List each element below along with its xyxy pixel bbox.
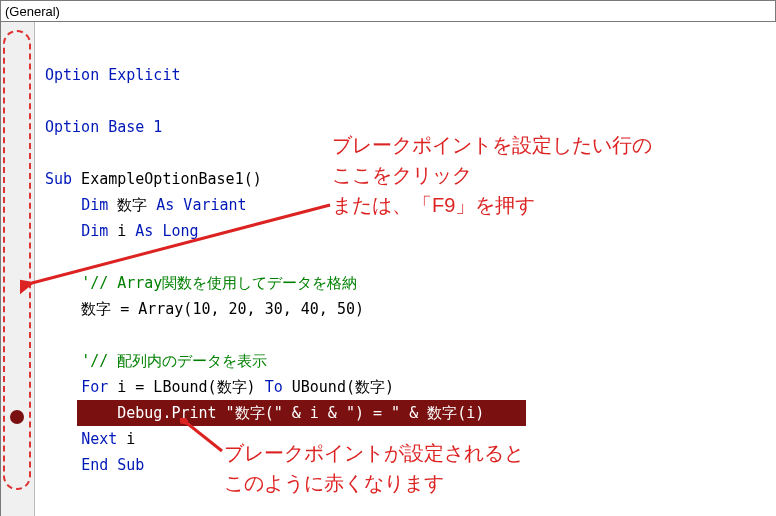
code-text: Debug.Print "数字(" & i & ") = " & 数字(i) <box>117 404 484 422</box>
code-comment: '// Array関数を使用してデータを格納 <box>81 274 357 292</box>
dropdown-value: (General) <box>5 4 60 19</box>
code-text: 数字 <box>108 196 156 214</box>
annotation-bottom: ブレークポイントが設定されると このように赤くなります <box>224 438 524 498</box>
code-keyword: As Variant <box>156 196 246 214</box>
code-text: i = LBound(数字) <box>108 378 264 396</box>
breakpoint-line: Debug.Print "数字(" & i & ") = " & 数字(i) <box>77 400 526 426</box>
code-keyword: To <box>265 378 283 396</box>
object-dropdown[interactable]: (General) <box>0 0 776 22</box>
annotation-text: または、「F9」を押す <box>332 194 535 216</box>
code-keyword: For <box>81 378 108 396</box>
code-text: UBound(数字) <box>283 378 394 396</box>
code-keyword: Option Explicit <box>45 66 180 84</box>
annotation-text: ここをクリック <box>332 164 472 186</box>
annotation-text: このように赤くなります <box>224 472 444 494</box>
code-text: ExampleOptionBase1() <box>72 170 262 188</box>
breakpoint-margin[interactable] <box>1 22 35 516</box>
code-text: 数字 = Array(10, 20, 30, 40, 50) <box>45 300 364 318</box>
code-comment: '// 配列内のデータを表示 <box>81 352 267 370</box>
code-keyword: End Sub <box>81 456 144 474</box>
code-keyword: Option Base 1 <box>45 118 162 136</box>
code-keyword: Next <box>81 430 117 448</box>
annotation-text: ブレークポイントを設定したい行の <box>332 134 652 156</box>
annotation-text: ブレークポイントが設定されると <box>224 442 524 464</box>
code-keyword: As Long <box>135 222 198 240</box>
breakpoint-marker-icon[interactable] <box>10 410 24 424</box>
code-keyword: Dim <box>81 196 108 214</box>
code-text: i <box>108 222 135 240</box>
code-text: i <box>117 430 135 448</box>
annotation-top: ブレークポイントを設定したい行の ここをクリック または、「F9」を押す <box>332 130 652 220</box>
code-keyword: Dim <box>81 222 108 240</box>
code-keyword: Sub <box>45 170 72 188</box>
